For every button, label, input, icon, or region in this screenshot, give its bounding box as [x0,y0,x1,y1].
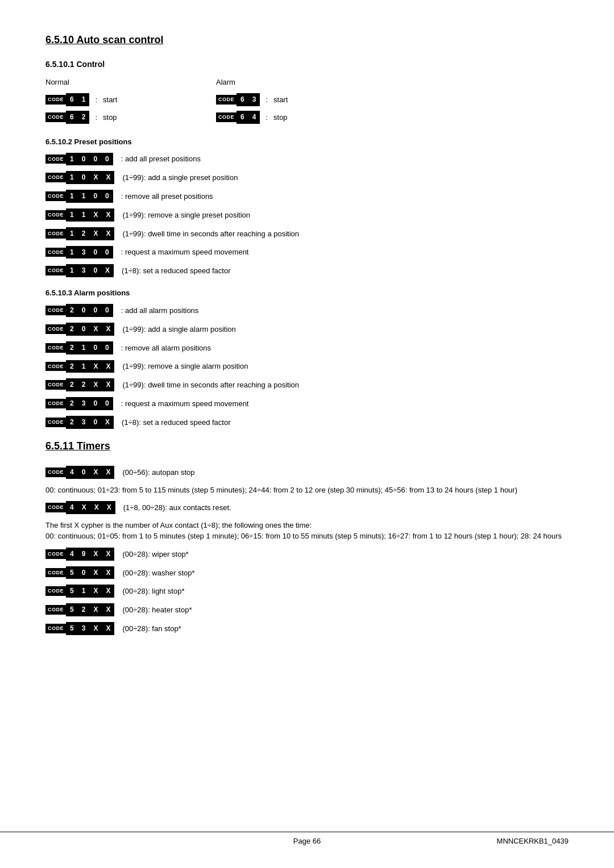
cell-6: 6 [66,111,78,124]
start-label: start [273,95,288,104]
code-block: CODE 4 X X X [45,501,115,514]
normal-column: Normal CODE 6 1 : start CODE 6 2 : stop [45,78,216,126]
cell-6: 6 [66,93,78,106]
code-badge: CODE [45,173,66,182]
code-block: CODE 1 1 X X [45,208,114,222]
code-block: CODE 2 1 0 0 [45,341,113,354]
normal-start-row: CODE 6 1 : start [45,93,216,106]
alarm-stop-code: CODE 6 4 [216,111,260,124]
cmd-row: CODE 2 0 0 0 : add all alarm positions [45,304,569,317]
cmd-desc: : remove all preset positions [121,192,213,201]
cell-4: 4 [248,111,260,124]
subsection-title-65103: 6.5.10.3 Alarm positions [45,289,569,297]
cmd-desc: (00÷28): fan stop* [122,624,181,633]
page-number: Page 66 [293,837,321,845]
cmd-desc: : add all preset positions [121,155,201,163]
cmd-row: CODE 2 3 0 0 : request a maximum speed m… [45,397,569,410]
code-badge: CODE [45,549,66,559]
cmd-desc: (00÷28): washer stop* [122,569,194,577]
cmd-desc: (1÷99): add a single preset position [122,173,238,182]
section-title-6511: 6.5.11 Timers [45,440,569,452]
normal-start-code: CODE 6 1 [45,93,89,106]
code-block: CODE 1 2 X X [45,227,114,240]
code-block: CODE 5 2 X X [45,603,114,616]
normal-alarm-grid: Normal CODE 6 1 : start CODE 6 2 : stop … [45,78,569,126]
doc-number: MNNCEKRKB1_0439 [497,837,569,845]
code-block: CODE 5 3 X X [45,622,114,635]
cell-3: 3 [248,93,260,106]
code-block: CODE 1 0 X X [45,171,114,184]
cmd-row: CODE 5 3 X X (00÷28): fan stop* [45,622,569,635]
aux-contacts-desc: The first X cypher is the number of Aux … [45,520,569,542]
code-badge: CODE [216,95,237,105]
code-badge: CODE [45,324,66,334]
code-badge: CODE [45,568,66,578]
cmd-row: CODE 4 X X X (1÷8, 00÷28): aux contacts … [45,501,569,514]
cmd-row: CODE 4 9 X X (00÷28): wiper stop* [45,548,569,561]
code-block: CODE 2 3 0 X [45,416,114,429]
code-badge: CODE [45,624,66,633]
cmd-desc: (1÷99): dwell time in seconds after reac… [122,229,299,238]
cmd-row: CODE 4 0 X X (00÷56): autopan stop [45,466,569,479]
code-badge: CODE [45,605,66,615]
subsection-title-65101: 6.5.10.1 Control [45,60,569,69]
cmd-desc: (00÷28): heater stop* [122,606,192,614]
code-block: CODE 1 1 0 0 [45,190,113,203]
cmd-row: CODE 1 1 X X (1÷99): remove a single pre… [45,208,569,222]
cmd-desc: (1÷8): set a reduced speed factor [122,418,230,427]
section-title-6510: 6.5.10 Auto scan control [45,34,569,46]
code-badge: CODE [45,248,66,257]
code-badge: CODE [45,418,66,427]
code-badge: CODE [45,266,66,276]
cmd-row: CODE 1 3 0 0 : request a maximum speed m… [45,246,569,259]
code-badge: CODE [45,362,66,372]
cmd-row: CODE 2 1 0 0 : remove all alarm position… [45,341,569,354]
code-badge: CODE [45,95,66,105]
alarm-positions-block: CODE 2 0 0 0 : add all alarm positions C… [45,304,569,429]
code-badge: CODE [45,399,66,408]
cmd-row: CODE 2 1 X X (1÷99): remove a single ala… [45,360,569,373]
code-badge: CODE [45,112,66,122]
alarm-start-code: CODE 6 3 [216,93,260,106]
timers-block: CODE 4 0 X X (00÷56): autopan stop 00: c… [45,466,569,635]
code-badge: CODE [45,229,66,239]
code-badge: CODE [45,503,66,512]
cmd-desc: (1÷99): remove a single alarm position [122,362,248,370]
footer: Page 66 MNNCEKRKB1_0439 [0,832,614,845]
code-block: CODE 5 0 X X [45,566,114,579]
code-badge: CODE [45,468,66,477]
code-badge: CODE [45,191,66,201]
code-block: CODE 1 0 0 0 [45,153,113,166]
cmd-desc: (1÷99): dwell time in seconds after reac… [122,381,299,389]
cmd-desc: (00÷28): light stop* [122,587,184,595]
subsection-title-65102: 6.5.10.2 Preset positions [45,137,569,146]
cmd-row: CODE 2 3 0 X (1÷8): set a reduced speed … [45,416,569,429]
cmd-row: CODE 5 1 X X (00÷28): light stop* [45,585,569,598]
code-block: CODE 2 0 0 0 [45,304,113,317]
cmd-row: CODE 1 2 X X (1÷99): dwell time in secon… [45,227,569,240]
cmd-row: CODE 5 0 X X (00÷28): washer stop* [45,566,569,579]
cell-6: 6 [237,111,248,124]
cmd-row: CODE 1 1 0 0 : remove all preset positio… [45,190,569,203]
code-block: CODE 5 1 X X [45,585,114,598]
cmd-row: CODE 2 2 X X (1÷99): dwell time in secon… [45,378,569,391]
code-badge: CODE [45,380,66,390]
cmd-row: CODE 1 0 0 0 : add all preset positions [45,153,569,166]
stop-label: stop [103,113,117,122]
cell-6: 6 [237,93,248,106]
cmd-row: CODE 1 0 X X (1÷99): add a single preset… [45,171,569,184]
alarm-label: Alarm [216,78,387,86]
cmd-desc: : request a maximum speed movement [121,248,249,256]
autopan-stop-desc: 00: continuous; 01÷23: from 5 to 115 min… [45,485,569,496]
normal-label: Normal [45,78,216,86]
cell-1: 1 [78,93,90,106]
start-label: start [103,95,117,104]
cmd-desc: (00÷28): wiper stop* [122,550,188,558]
cmd-row: CODE 2 0 X X (1÷99): add a single alarm … [45,323,569,336]
code-block: CODE 1 3 0 X [45,264,114,277]
code-badge: CODE [45,586,66,596]
cmd-desc: (00÷56): autopan stop [122,468,194,477]
normal-stop-row: CODE 6 2 : stop [45,111,216,124]
cmd-desc: (1÷99): add a single alarm position [122,325,235,333]
cmd-desc: : add all alarm positions [121,306,199,315]
